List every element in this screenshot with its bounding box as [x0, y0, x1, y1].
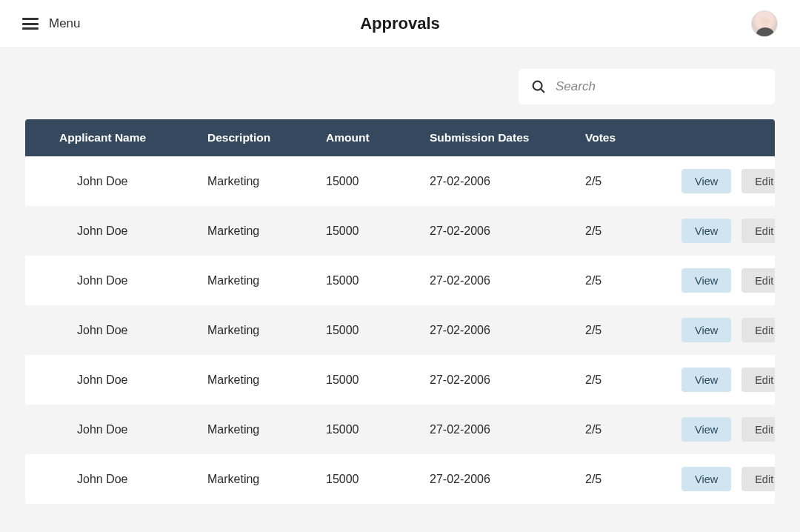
- cell-applicant: John Doe: [59, 274, 207, 287]
- menu-button[interactable]: Menu: [22, 16, 81, 31]
- content-area: Applicant Name Description Amount Submis…: [0, 48, 800, 504]
- cell-votes: 2/5: [585, 274, 681, 287]
- cell-submission: 27-02-2006: [430, 373, 585, 387]
- cell-amount: 15000: [326, 373, 430, 387]
- hamburger-icon: [22, 18, 39, 30]
- cell-applicant: John Doe: [59, 373, 207, 387]
- search-row: [25, 69, 775, 104]
- col-description: Description: [207, 131, 326, 144]
- col-submission: Submission Dates: [430, 131, 585, 144]
- view-button[interactable]: View: [681, 467, 731, 491]
- cell-actions: ViewEdit: [681, 219, 775, 243]
- cell-actions: ViewEdit: [681, 467, 775, 491]
- cell-applicant: John Doe: [59, 225, 207, 238]
- app-header: Menu Approvals: [0, 0, 800, 48]
- page-title: Approvals: [360, 14, 440, 33]
- edit-button[interactable]: Edit: [741, 368, 775, 392]
- table-row: John DoeMarketing1500027-02-20062/5ViewE…: [25, 305, 775, 355]
- cell-description: Marketing: [207, 274, 326, 287]
- cell-submission: 27-02-2006: [430, 473, 585, 486]
- search-box[interactable]: [519, 69, 775, 104]
- svg-line-1: [541, 89, 544, 92]
- cell-votes: 2/5: [585, 175, 681, 188]
- view-button[interactable]: View: [681, 219, 731, 243]
- cell-amount: 15000: [326, 274, 430, 287]
- cell-applicant: John Doe: [59, 175, 207, 188]
- cell-amount: 15000: [326, 175, 430, 188]
- cell-description: Marketing: [207, 225, 326, 238]
- cell-actions: ViewEdit: [681, 417, 775, 442]
- table-row: John DoeMarketing1500027-02-20062/5ViewE…: [25, 156, 775, 206]
- view-button[interactable]: View: [681, 318, 731, 342]
- col-applicant: Applicant Name: [59, 131, 207, 144]
- cell-amount: 15000: [326, 324, 430, 337]
- table-row: John DoeMarketing1500027-02-20062/5ViewE…: [25, 454, 775, 504]
- table-body: John DoeMarketing1500027-02-20062/5ViewE…: [25, 156, 775, 504]
- view-button[interactable]: View: [681, 417, 731, 442]
- cell-submission: 27-02-2006: [430, 274, 585, 287]
- cell-votes: 2/5: [585, 373, 681, 387]
- cell-amount: 15000: [326, 423, 430, 436]
- cell-actions: ViewEdit: [681, 368, 775, 392]
- search-input[interactable]: [556, 79, 763, 94]
- table-row: John DoeMarketing1500027-02-20062/5ViewE…: [25, 206, 775, 256]
- cell-votes: 2/5: [585, 225, 681, 238]
- cell-description: Marketing: [207, 423, 326, 436]
- table-row: John DoeMarketing1500027-02-20062/5ViewE…: [25, 355, 775, 405]
- cell-submission: 27-02-2006: [430, 175, 585, 188]
- search-icon: [530, 79, 547, 95]
- cell-votes: 2/5: [585, 473, 681, 486]
- menu-label: Menu: [49, 16, 81, 31]
- table-row: John DoeMarketing1500027-02-20062/5ViewE…: [25, 256, 775, 305]
- edit-button[interactable]: Edit: [741, 169, 775, 193]
- avatar[interactable]: [751, 10, 778, 37]
- view-button[interactable]: View: [681, 368, 731, 392]
- edit-button[interactable]: Edit: [741, 219, 775, 243]
- edit-button[interactable]: Edit: [741, 467, 775, 491]
- cell-amount: 15000: [326, 225, 430, 238]
- cell-actions: ViewEdit: [681, 169, 775, 193]
- cell-applicant: John Doe: [59, 473, 207, 486]
- view-button[interactable]: View: [681, 169, 731, 193]
- table-header: Applicant Name Description Amount Submis…: [25, 119, 775, 156]
- approvals-table: Applicant Name Description Amount Submis…: [25, 119, 775, 504]
- cell-actions: ViewEdit: [681, 318, 775, 342]
- view-button[interactable]: View: [681, 268, 731, 293]
- edit-button[interactable]: Edit: [741, 268, 775, 293]
- edit-button[interactable]: Edit: [741, 318, 775, 342]
- col-amount: Amount: [326, 131, 430, 144]
- table-row: John DoeMarketing1500027-02-20062/5ViewE…: [25, 405, 775, 454]
- cell-description: Marketing: [207, 324, 326, 337]
- cell-submission: 27-02-2006: [430, 225, 585, 238]
- cell-actions: ViewEdit: [681, 268, 775, 293]
- cell-description: Marketing: [207, 373, 326, 387]
- col-votes: Votes: [585, 131, 681, 144]
- cell-amount: 15000: [326, 473, 430, 486]
- cell-description: Marketing: [207, 473, 326, 486]
- cell-applicant: John Doe: [59, 324, 207, 337]
- edit-button[interactable]: Edit: [741, 417, 775, 442]
- cell-description: Marketing: [207, 175, 326, 188]
- cell-votes: 2/5: [585, 324, 681, 337]
- cell-votes: 2/5: [585, 423, 681, 436]
- cell-applicant: John Doe: [59, 423, 207, 436]
- cell-submission: 27-02-2006: [430, 324, 585, 337]
- cell-submission: 27-02-2006: [430, 423, 585, 436]
